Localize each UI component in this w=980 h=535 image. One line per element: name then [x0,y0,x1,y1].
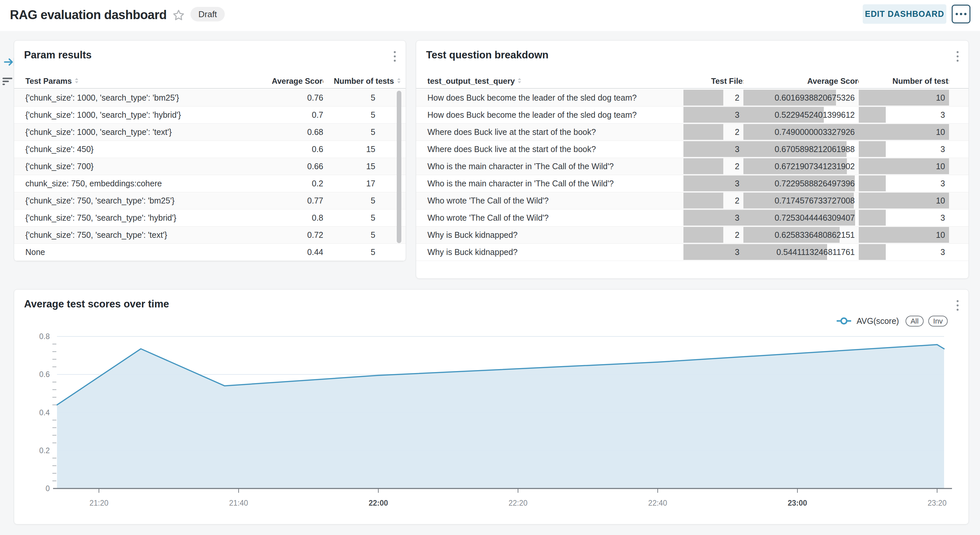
cell-average-score: 0.6016938820675326 [743,89,859,106]
table-row: None0.445 [14,244,406,261]
column-header-average-score[interactable]: Average Score [743,73,859,89]
cell-average-score: 0.5441113246811761 [743,244,859,260]
cell-average-score: 0.8 [238,209,323,226]
more-menu-icon [956,13,958,15]
table-row: {'chunk_size': 450}0.615 [14,141,406,158]
cell-average-score: 0.6 [238,141,323,158]
page-title: RAG evaluation dashboard [10,8,167,22]
cell-average-score: 0.7490000003327926 [743,124,859,141]
cell-test-query: Why is Buck kidnapped? [416,227,683,243]
star-icon[interactable] [172,9,185,22]
table-row: {'chunk_size': 750, 'search_type': 'bm25… [14,192,406,209]
cell-test-params: {'chunk_size': 750, 'search_type': 'hybr… [14,209,238,226]
edit-dashboard-button[interactable]: EDIT DASHBOARD [863,4,947,24]
table-row: Why is Buck kidnapped?30.544111324681176… [416,244,969,261]
cell-average-score: 0.6258336480862151 [743,227,859,243]
cell-number-of-tests: 5 [323,227,406,243]
cell-number-of-tests: 17 [323,175,406,192]
cell-test-params: None [14,244,238,260]
table-row: {'chunk_size': 750, 'search_type': 'text… [14,227,406,244]
sort-icon [397,73,401,89]
sort-icon [75,73,79,89]
cell-number-of-tests: 10 [859,89,949,106]
cell-average-score: 0.76 [238,89,323,106]
area-chart[interactable]: 00.20.40.60.821:2021:4022:0022:2022:4023… [14,329,969,521]
cell-number-of-tests: 3 [859,244,949,260]
table-row: Who is the main character in 'The Call o… [416,158,969,175]
chart-legend: AVG(score) All Inv [836,316,948,326]
cell-test-query: Who wrote 'The Call of the Wild'? [416,209,683,226]
x-axis: 21:2021:4022:0022:2022:4023:0023:20 [53,489,952,507]
cell-number-of-tests: 5 [323,89,406,106]
cell-number-of-tests: 5 [323,209,406,226]
cell-number-of-tests: 3 [859,141,949,158]
card-title: Param results [24,49,92,61]
svg-text:0.8: 0.8 [39,332,50,341]
more-menu-button[interactable] [952,5,970,24]
cell-number-of-tests: 3 [859,209,949,226]
cell-number-of-tests: 10 [859,158,949,175]
column-header-test-params[interactable]: Test Params [14,73,238,89]
table-row: How does Buck become the leader of the s… [416,89,969,107]
cell-average-score: 0.68 [238,124,323,141]
column-header-test-query[interactable]: test_output_test_query [416,73,683,89]
table-row: Who is the main character in 'The Call o… [416,175,969,192]
filter-icon[interactable] [2,77,14,86]
svg-text:22:20: 22:20 [509,499,528,507]
cell-test-files: 3 [683,107,743,123]
column-header-number-of-tests[interactable]: Number of tests [859,73,949,89]
cell-test-params: {'chunk_size': 1000, 'search_type': 'hyb… [14,107,238,123]
cell-number-of-tests: 10 [859,124,949,141]
param-table-body: {'chunk_size': 1000, 'search_type': 'bm2… [14,89,406,261]
cell-number-of-tests: 15 [323,141,406,158]
table-row: {'chunk_size': 1000, 'search_type': 'hyb… [14,107,406,124]
cell-test-files: 2 [683,89,743,106]
legend-inv-button[interactable]: Inv [928,316,948,327]
svg-text:0.2: 0.2 [39,446,50,455]
cell-average-score: 0.6721907341231902 [743,158,859,175]
cell-test-files: 3 [683,175,743,192]
card-title: Test question breakdown [426,49,548,61]
cell-test-files: 2 [683,192,743,209]
table-row: How does Buck become the leader of the s… [416,107,969,124]
cell-average-score: 0.7174576733727008 [743,192,859,209]
table-row: {'chunk_size': 1000, 'search_type': 'bm2… [14,89,406,107]
column-header-test-files[interactable]: Test Files [683,73,743,89]
cell-average-score: 0.7 [238,107,323,123]
header: RAG evaluation dashboard Draft EDIT DASH… [0,0,980,31]
cell-test-files: 3 [683,141,743,158]
table-row: Why is Buck kidnapped?20.625833648086215… [416,227,969,244]
table-row: Who wrote 'The Call of the Wild'?20.7174… [416,192,969,209]
cell-number-of-tests: 5 [323,192,406,209]
svg-text:23:00: 23:00 [788,499,807,507]
breakdown-table-body: How does Buck become the leader of the s… [416,89,969,261]
cell-number-of-tests: 15 [323,158,406,175]
cell-test-files: 3 [683,244,743,260]
cell-test-params: {'chunk_size': 1000, 'search_type': 'bm2… [14,89,238,106]
legend-series-label: AVG(score) [856,316,899,326]
kebab-menu-icon[interactable] [393,50,397,63]
cell-test-query: Who wrote 'The Call of the Wild'? [416,192,683,209]
cell-test-files: 2 [683,158,743,175]
svg-text:0.6: 0.6 [39,370,50,378]
scores-over-time-card: Average test scores over time AVG(score)… [14,289,969,524]
table-scrollbar[interactable] [397,91,401,243]
cell-average-score: 0.7253044446309407 [743,209,859,226]
legend-all-button[interactable]: All [905,316,923,327]
cell-test-files: 2 [683,124,743,141]
column-header-average-score[interactable]: Average Score [238,73,323,89]
table-row: {'chunk_size': 1000, 'search_type': 'tex… [14,124,406,141]
cell-number-of-tests: 3 [859,107,949,123]
kebab-menu-icon[interactable] [955,299,960,312]
series-avg-score [57,345,944,489]
cell-average-score: 0.5229452401399612 [743,107,859,123]
svg-text:0.4: 0.4 [39,408,50,417]
card-title: Average test scores over time [24,298,169,310]
kebab-menu-icon[interactable] [955,50,960,63]
y-axis: 00.20.40.60.8 [39,332,56,493]
cell-test-params: {'chunk_size': 700} [14,158,238,175]
cell-test-query: Who is the main character in 'The Call o… [416,175,683,192]
table-row: {'chunk_size': 700}0.6615 [14,158,406,175]
svg-text:22:40: 22:40 [648,499,667,507]
column-header-number-of-tests[interactable]: Number of tests [323,73,406,89]
